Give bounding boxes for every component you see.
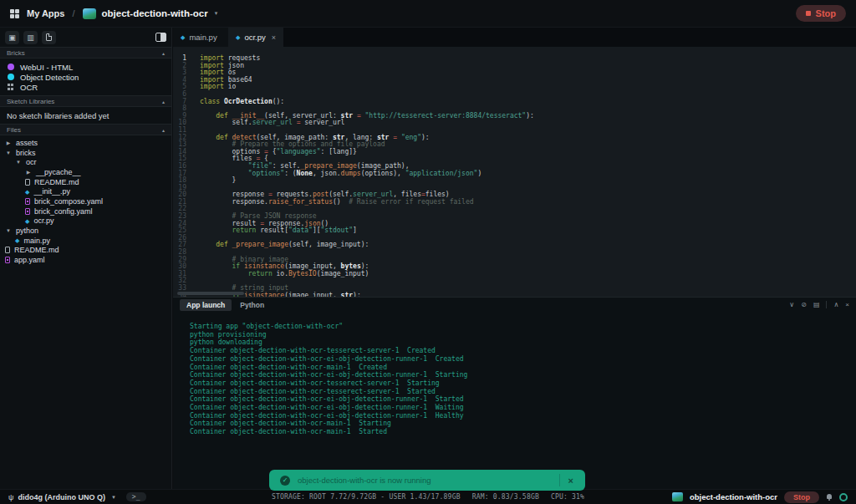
console-line: Container object-dection-with-ocr-ei-obj… [190, 355, 856, 364]
code-line[interactable]: 5import io [173, 84, 856, 91]
tree-folder--pycache-[interactable]: ▶__pycache__ [0, 167, 171, 177]
code-line[interactable]: 3import os [173, 69, 856, 77]
section-header-sketch-libraries[interactable]: Sketch Libraries ▴ [0, 95, 171, 107]
tree-label: __pycache__ [36, 168, 81, 176]
document-file-icon [25, 179, 30, 186]
stop-app-button[interactable]: Stop [796, 5, 846, 22]
stop-app-button-small[interactable]: Stop [784, 491, 819, 503]
breadcrumb-separator: / [72, 8, 74, 18]
yaml-file-icon [25, 208, 30, 215]
tree-folder-python[interactable]: ▼python [0, 226, 171, 236]
code-line[interactable]: 17 "options": (None, json.dumps(options)… [173, 171, 856, 178]
chevron-down-icon[interactable]: ▾ [215, 10, 218, 17]
tree-folder-bricks[interactable]: ▼bricks [0, 148, 171, 158]
console-line: Container object-dection-with-ocr-ei-obj… [190, 395, 856, 404]
code-line[interactable]: 18 } [173, 177, 856, 185]
system-stats: STORAGE: ROOT 7.72/9.72GB - USER 1.43/17… [272, 493, 584, 501]
code-line[interactable]: 10 self.server_url = server_url [173, 120, 856, 127]
tab-ocr-py[interactable]: ◆ocr.py× [228, 28, 283, 47]
tree-file--init-py[interactable]: ◆__init__.py [0, 186, 171, 196]
code-line[interactable]: 14 options = {"languages": [lang]} [173, 149, 856, 156]
toggle-sidebar-icon[interactable] [155, 33, 166, 42]
sketch-libraries-empty-text: No sketch libraries added yet [0, 107, 171, 124]
python-file-icon: ◆ [25, 189, 29, 195]
horizontal-scrollbar[interactable] [177, 292, 244, 295]
expand-panel-icon[interactable]: ∧ [833, 301, 838, 308]
tree-label: assets [16, 139, 38, 147]
console-line: Container object-dection-with-ocr-main-1… [190, 428, 856, 436]
tree-file-main-py[interactable]: ◆main.py [0, 236, 171, 246]
tree-file-app-yaml[interactable]: app.yaml [0, 255, 171, 265]
chevron-down-icon[interactable]: ▼ [111, 495, 116, 500]
console-line: Container object-dection-with-ocr-ei-obj… [190, 412, 856, 420]
brick-item[interactable]: OCR [0, 82, 171, 92]
apps-grid-icon[interactable] [10, 9, 19, 18]
code-line[interactable]: 4import base64 [173, 77, 856, 84]
tree-label: ocr.py [33, 216, 54, 225]
tree-file-ocr-py[interactable]: ◆ocr.py [0, 216, 171, 227]
tree-file-readme-md[interactable]: README.md [0, 177, 171, 187]
console-header: App launch Python ∨ ⊘ ▤ ∧ × [173, 298, 856, 312]
app-thumbnail [672, 492, 683, 501]
tab-main-py[interactable]: ◆main.py [173, 28, 228, 47]
stop-square-icon [806, 11, 811, 16]
tree-file-readme-md[interactable]: README.md [0, 246, 171, 256]
save-output-icon[interactable]: ▤ [813, 301, 820, 308]
console-line: python provisioning [190, 331, 856, 339]
console-output[interactable]: Starting app "object-dection-with-ocr"py… [173, 312, 856, 436]
libraries-panel-icon[interactable]: ▥ [23, 31, 38, 44]
success-toast: ✓ object-dection-with-ocr is now running… [269, 470, 585, 491]
tree-label: app.yaml [14, 256, 45, 264]
chevron-expanded-icon: ▼ [5, 228, 12, 233]
connection-status-icon[interactable] [839, 493, 848, 501]
tree-label: brick_compose.yaml [34, 197, 103, 206]
close-panel-icon[interactable]: × [845, 301, 849, 308]
tab-python[interactable]: Python [232, 299, 273, 311]
editor-tabstrip: ◆main.py◆ocr.py× [173, 28, 856, 47]
collapse-icon[interactable]: ▴ [162, 50, 165, 56]
toast-message: object-dection-with-ocr is now running [298, 476, 431, 485]
code-text: return result["data"]["stdout"] [186, 227, 357, 235]
code-line[interactable]: 27 def _prepare_image(self, image_input)… [173, 242, 856, 249]
yaml-file-icon [5, 257, 10, 263]
console-line: Container object-dection-with-ocr-tesser… [190, 388, 856, 396]
device-icon: ψ [8, 493, 13, 501]
code-editor[interactable]: 1import requests2import json3import os4i… [173, 47, 856, 297]
terminal-button[interactable]: >_ [126, 492, 146, 501]
code-text: response.raise_for_status() # Raise erro… [186, 199, 474, 206]
new-file-icon[interactable] [42, 31, 56, 44]
brick-item[interactable]: Object Detection [0, 72, 171, 82]
code-line[interactable]: 25 return result["data"]["stdout"] [173, 227, 856, 235]
scroll-down-icon[interactable]: ∨ [789, 301, 794, 308]
code-line[interactable]: 21 response.raise_for_status() # Raise e… [173, 199, 856, 206]
tree-file-brick-compose-yaml[interactable]: brick_compose.yaml [0, 196, 171, 206]
tree-file-brick-config-yaml[interactable]: brick_config.yaml [0, 206, 171, 216]
brick-item[interactable]: WebUI - HTML [0, 62, 171, 72]
code-line[interactable]: 31 return io.BytesIO(image_input) [173, 271, 856, 278]
code-line[interactable]: 1import requests [173, 55, 856, 63]
collapse-icon[interactable]: ▴ [162, 99, 165, 104]
toast-close-icon[interactable]: × [560, 476, 577, 486]
tree-folder-ocr[interactable]: ▼ocr [0, 157, 171, 167]
tab-close-icon[interactable]: × [272, 33, 276, 42]
tree-folder-assets[interactable]: ▶assets [0, 138, 171, 148]
console-line: Container object-dection-with-ocr-main-1… [190, 420, 856, 428]
code-text [186, 249, 200, 257]
section-header-bricks[interactable]: Bricks ▴ [0, 47, 171, 59]
object-detection-icon [8, 74, 14, 80]
tree-label: bricks [16, 149, 36, 157]
device-selector[interactable]: dido4g (Arduino UNO Q) [18, 493, 104, 501]
my-apps-link[interactable]: My Apps [27, 8, 64, 18]
code-line[interactable]: 2import json [173, 63, 856, 70]
python-file-icon: ◆ [25, 218, 29, 224]
section-header-files[interactable]: Files ▴ [0, 124, 171, 135]
brick-label: WebUI - HTML [20, 63, 73, 72]
bricks-panel-icon[interactable]: ▣ [5, 31, 19, 44]
tab-app-launch[interactable]: App launch [180, 299, 232, 311]
python-file-icon: ◆ [236, 34, 240, 40]
console-line: Container object-dection-with-ocr-ei-obj… [190, 404, 856, 412]
clear-console-icon[interactable]: ⊘ [801, 301, 807, 308]
bell-icon[interactable] [826, 494, 833, 501]
code-line[interactable]: 7class OcrDetection(): [173, 99, 856, 106]
collapse-icon[interactable]: ▴ [162, 127, 165, 133]
